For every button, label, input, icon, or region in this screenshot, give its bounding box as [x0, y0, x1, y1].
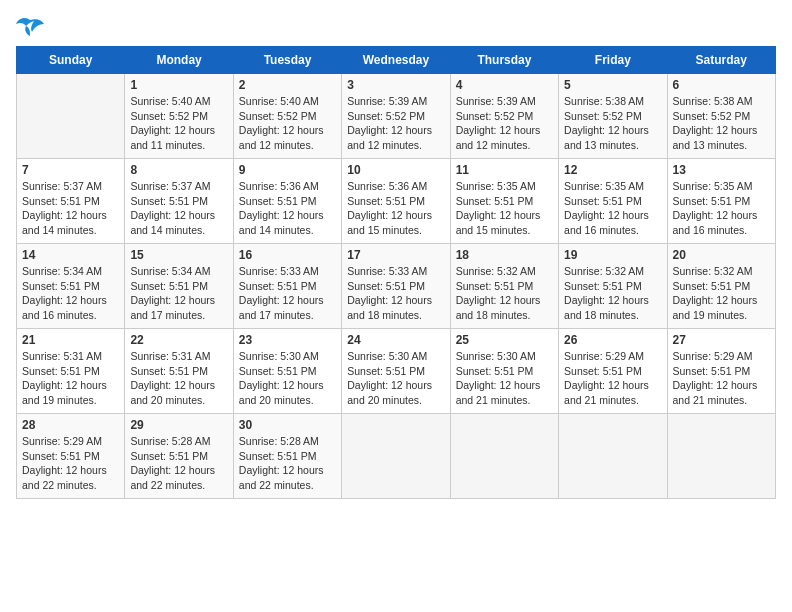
day-info: Sunrise: 5:31 AM Sunset: 5:51 PM Dayligh… [130, 349, 227, 408]
calendar-cell: 3Sunrise: 5:39 AM Sunset: 5:52 PM Daylig… [342, 74, 450, 159]
day-number: 25 [456, 333, 553, 347]
day-number: 15 [130, 248, 227, 262]
calendar-cell: 2Sunrise: 5:40 AM Sunset: 5:52 PM Daylig… [233, 74, 341, 159]
day-number: 22 [130, 333, 227, 347]
calendar-cell: 24Sunrise: 5:30 AM Sunset: 5:51 PM Dayli… [342, 329, 450, 414]
day-number: 29 [130, 418, 227, 432]
calendar-cell [667, 414, 775, 499]
calendar-cell: 25Sunrise: 5:30 AM Sunset: 5:51 PM Dayli… [450, 329, 558, 414]
logo-bird-icon [16, 16, 44, 38]
day-info: Sunrise: 5:39 AM Sunset: 5:52 PM Dayligh… [347, 94, 444, 153]
calendar-cell [17, 74, 125, 159]
day-header-monday: Monday [125, 47, 233, 74]
day-info: Sunrise: 5:28 AM Sunset: 5:51 PM Dayligh… [130, 434, 227, 493]
day-number: 11 [456, 163, 553, 177]
calendar-cell [450, 414, 558, 499]
day-number: 16 [239, 248, 336, 262]
calendar-cell [342, 414, 450, 499]
day-info: Sunrise: 5:34 AM Sunset: 5:51 PM Dayligh… [130, 264, 227, 323]
calendar-cell: 7Sunrise: 5:37 AM Sunset: 5:51 PM Daylig… [17, 159, 125, 244]
calendar-cell: 27Sunrise: 5:29 AM Sunset: 5:51 PM Dayli… [667, 329, 775, 414]
day-info: Sunrise: 5:32 AM Sunset: 5:51 PM Dayligh… [564, 264, 661, 323]
logo [16, 16, 48, 38]
day-info: Sunrise: 5:32 AM Sunset: 5:51 PM Dayligh… [456, 264, 553, 323]
day-number: 28 [22, 418, 119, 432]
calendar-cell: 8Sunrise: 5:37 AM Sunset: 5:51 PM Daylig… [125, 159, 233, 244]
week-row-1: 1Sunrise: 5:40 AM Sunset: 5:52 PM Daylig… [17, 74, 776, 159]
calendar-cell: 16Sunrise: 5:33 AM Sunset: 5:51 PM Dayli… [233, 244, 341, 329]
day-info: Sunrise: 5:29 AM Sunset: 5:51 PM Dayligh… [673, 349, 770, 408]
day-number: 14 [22, 248, 119, 262]
day-number: 4 [456, 78, 553, 92]
calendar-cell: 14Sunrise: 5:34 AM Sunset: 5:51 PM Dayli… [17, 244, 125, 329]
day-info: Sunrise: 5:32 AM Sunset: 5:51 PM Dayligh… [673, 264, 770, 323]
calendar-cell: 10Sunrise: 5:36 AM Sunset: 5:51 PM Dayli… [342, 159, 450, 244]
day-info: Sunrise: 5:28 AM Sunset: 5:51 PM Dayligh… [239, 434, 336, 493]
calendar-cell: 18Sunrise: 5:32 AM Sunset: 5:51 PM Dayli… [450, 244, 558, 329]
calendar-cell: 23Sunrise: 5:30 AM Sunset: 5:51 PM Dayli… [233, 329, 341, 414]
week-row-2: 7Sunrise: 5:37 AM Sunset: 5:51 PM Daylig… [17, 159, 776, 244]
day-number: 30 [239, 418, 336, 432]
calendar-cell: 21Sunrise: 5:31 AM Sunset: 5:51 PM Dayli… [17, 329, 125, 414]
calendar-cell: 1Sunrise: 5:40 AM Sunset: 5:52 PM Daylig… [125, 74, 233, 159]
day-number: 6 [673, 78, 770, 92]
calendar-cell: 12Sunrise: 5:35 AM Sunset: 5:51 PM Dayli… [559, 159, 667, 244]
week-row-5: 28Sunrise: 5:29 AM Sunset: 5:51 PM Dayli… [17, 414, 776, 499]
day-info: Sunrise: 5:30 AM Sunset: 5:51 PM Dayligh… [456, 349, 553, 408]
day-info: Sunrise: 5:39 AM Sunset: 5:52 PM Dayligh… [456, 94, 553, 153]
day-info: Sunrise: 5:38 AM Sunset: 5:52 PM Dayligh… [673, 94, 770, 153]
calendar-cell: 30Sunrise: 5:28 AM Sunset: 5:51 PM Dayli… [233, 414, 341, 499]
calendar-cell: 19Sunrise: 5:32 AM Sunset: 5:51 PM Dayli… [559, 244, 667, 329]
day-info: Sunrise: 5:37 AM Sunset: 5:51 PM Dayligh… [22, 179, 119, 238]
calendar-cell: 20Sunrise: 5:32 AM Sunset: 5:51 PM Dayli… [667, 244, 775, 329]
day-info: Sunrise: 5:33 AM Sunset: 5:51 PM Dayligh… [239, 264, 336, 323]
day-number: 17 [347, 248, 444, 262]
calendar-cell [559, 414, 667, 499]
calendar-cell: 22Sunrise: 5:31 AM Sunset: 5:51 PM Dayli… [125, 329, 233, 414]
day-info: Sunrise: 5:34 AM Sunset: 5:51 PM Dayligh… [22, 264, 119, 323]
week-row-3: 14Sunrise: 5:34 AM Sunset: 5:51 PM Dayli… [17, 244, 776, 329]
calendar-cell: 9Sunrise: 5:36 AM Sunset: 5:51 PM Daylig… [233, 159, 341, 244]
day-number: 19 [564, 248, 661, 262]
day-number: 18 [456, 248, 553, 262]
day-number: 3 [347, 78, 444, 92]
calendar-cell: 17Sunrise: 5:33 AM Sunset: 5:51 PM Dayli… [342, 244, 450, 329]
calendar-cell: 5Sunrise: 5:38 AM Sunset: 5:52 PM Daylig… [559, 74, 667, 159]
day-info: Sunrise: 5:35 AM Sunset: 5:51 PM Dayligh… [564, 179, 661, 238]
calendar-cell: 13Sunrise: 5:35 AM Sunset: 5:51 PM Dayli… [667, 159, 775, 244]
day-info: Sunrise: 5:31 AM Sunset: 5:51 PM Dayligh… [22, 349, 119, 408]
calendar-cell: 28Sunrise: 5:29 AM Sunset: 5:51 PM Dayli… [17, 414, 125, 499]
day-number: 12 [564, 163, 661, 177]
day-header-thursday: Thursday [450, 47, 558, 74]
day-number: 13 [673, 163, 770, 177]
header [16, 16, 776, 38]
day-header-wednesday: Wednesday [342, 47, 450, 74]
calendar-cell: 4Sunrise: 5:39 AM Sunset: 5:52 PM Daylig… [450, 74, 558, 159]
day-number: 24 [347, 333, 444, 347]
day-number: 2 [239, 78, 336, 92]
day-number: 23 [239, 333, 336, 347]
day-number: 5 [564, 78, 661, 92]
day-info: Sunrise: 5:36 AM Sunset: 5:51 PM Dayligh… [239, 179, 336, 238]
day-info: Sunrise: 5:38 AM Sunset: 5:52 PM Dayligh… [564, 94, 661, 153]
day-header-sunday: Sunday [17, 47, 125, 74]
day-info: Sunrise: 5:29 AM Sunset: 5:51 PM Dayligh… [22, 434, 119, 493]
day-header-tuesday: Tuesday [233, 47, 341, 74]
day-info: Sunrise: 5:35 AM Sunset: 5:51 PM Dayligh… [456, 179, 553, 238]
day-info: Sunrise: 5:40 AM Sunset: 5:52 PM Dayligh… [130, 94, 227, 153]
week-row-4: 21Sunrise: 5:31 AM Sunset: 5:51 PM Dayli… [17, 329, 776, 414]
day-number: 8 [130, 163, 227, 177]
day-number: 9 [239, 163, 336, 177]
day-header-friday: Friday [559, 47, 667, 74]
days-of-week-row: SundayMondayTuesdayWednesdayThursdayFrid… [17, 47, 776, 74]
day-number: 21 [22, 333, 119, 347]
day-number: 1 [130, 78, 227, 92]
day-info: Sunrise: 5:29 AM Sunset: 5:51 PM Dayligh… [564, 349, 661, 408]
day-number: 10 [347, 163, 444, 177]
day-info: Sunrise: 5:37 AM Sunset: 5:51 PM Dayligh… [130, 179, 227, 238]
calendar-cell: 15Sunrise: 5:34 AM Sunset: 5:51 PM Dayli… [125, 244, 233, 329]
day-info: Sunrise: 5:30 AM Sunset: 5:51 PM Dayligh… [347, 349, 444, 408]
day-info: Sunrise: 5:35 AM Sunset: 5:51 PM Dayligh… [673, 179, 770, 238]
day-number: 7 [22, 163, 119, 177]
day-number: 20 [673, 248, 770, 262]
